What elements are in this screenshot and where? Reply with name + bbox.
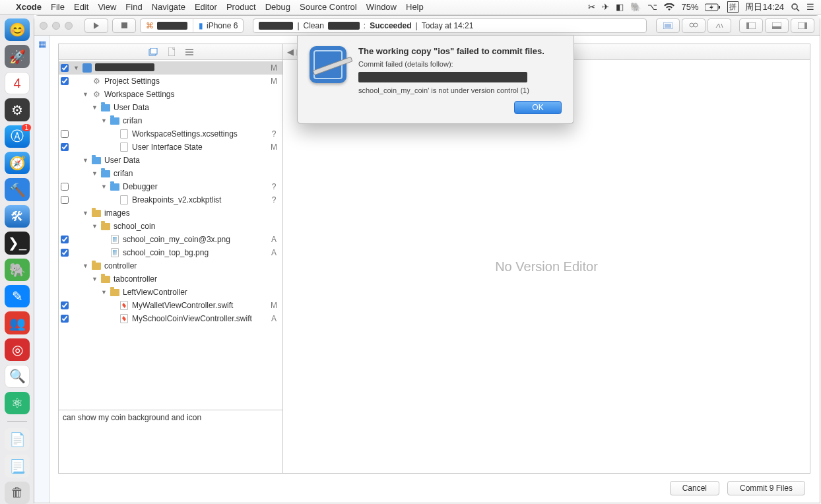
tree-row[interactable]: ⚙Project SettingsM [59, 75, 282, 88]
toggle-navigator-button[interactable] [739, 18, 763, 33]
menu-debug[interactable]: Debug [265, 2, 290, 12]
preview-icon[interactable]: 🔍 [5, 365, 30, 388]
disclosure-icon[interactable]: ▼ [101, 117, 108, 124]
finder-icon[interactable]: 😊 [5, 18, 30, 41]
xcode-dock-icon[interactable]: 🔨 [5, 178, 30, 201]
menu-source-control[interactable]: Source Control [300, 2, 357, 12]
atom-icon[interactable]: ⚛ [5, 392, 30, 414]
evernote-dock-icon[interactable]: 🐘 [5, 259, 30, 281]
tools-icon[interactable]: 🛠 [5, 205, 30, 228]
disclosure-icon[interactable]: ▼ [92, 170, 98, 177]
tree-row[interactable]: ▼images [59, 206, 282, 220]
tree-row[interactable]: school_coin_my_coin@3x.pngA [59, 233, 282, 246]
tree-row[interactable]: ▼⚙Workspace Settings [59, 88, 282, 101]
input-method[interactable]: 拼 [727, 1, 739, 13]
disclosure-icon[interactable]: ▼ [92, 276, 98, 282]
tree-row[interactable]: ▼school_coin [59, 220, 282, 233]
safari-icon[interactable]: 🧭 [5, 152, 30, 174]
tree-row[interactable]: ▼M [59, 61, 282, 75]
tree-row[interactable]: ▼Debugger? [59, 180, 282, 193]
flat-view-icon[interactable] [148, 48, 158, 56]
include-checkbox[interactable] [61, 77, 69, 85]
tree-row[interactable]: ▼tabcontroller [59, 272, 282, 286]
scheme-selector[interactable]: ⌘ ▮iPhone 6 [140, 18, 244, 33]
doc2-icon[interactable]: 📃 [5, 455, 30, 477]
stop-button[interactable] [112, 18, 136, 33]
file-view-icon[interactable] [168, 47, 175, 56]
tree-row[interactable]: WorkspaceSettings.xcsettings? [59, 127, 282, 141]
menu-edit[interactable]: Edit [74, 2, 88, 12]
toggle-utilities-button[interactable] [791, 18, 814, 33]
tree-row[interactable]: ▼User Data [59, 154, 282, 167]
appstore-icon[interactable]: Ⓐ1 [5, 125, 30, 148]
menu-product[interactable]: Product [226, 2, 256, 12]
editor-icon[interactable]: ✎ [5, 285, 30, 307]
disclosure-icon[interactable]: ▼ [92, 223, 98, 230]
zoom-window[interactable] [65, 22, 73, 30]
commit-message-field[interactable]: can show my coin background and icon [59, 410, 282, 473]
ok-button[interactable]: OK [514, 101, 562, 114]
menu-view[interactable]: View [98, 2, 116, 12]
calendar-icon[interactable]: 4 [5, 72, 30, 95]
disclosure-icon[interactable]: ▼ [82, 263, 89, 269]
music-icon[interactable]: ◎ [5, 338, 30, 361]
close-window[interactable] [40, 22, 48, 30]
spotlight-icon[interactable] [791, 3, 800, 12]
terminal-icon[interactable]: ❯_ [5, 232, 30, 254]
disclosure-icon[interactable]: ▼ [82, 91, 89, 98]
settings-icon[interactable]: ⚙ [5, 98, 30, 121]
trash-icon[interactable]: 🗑 [5, 482, 30, 504]
include-checkbox[interactable] [61, 301, 69, 309]
commit-button[interactable]: Commit 9 Files [727, 481, 805, 495]
tree-row[interactable]: MySchoolCoinViewController.swiftA [59, 312, 282, 325]
menu-file[interactable]: File [51, 2, 65, 12]
menu-editor[interactable]: Editor [195, 2, 217, 12]
include-checkbox[interactable] [61, 249, 69, 257]
include-checkbox[interactable] [61, 143, 69, 151]
tree-row[interactable]: ▼User Data [59, 101, 282, 114]
disclosure-icon[interactable]: ▼ [73, 65, 80, 71]
send-icon[interactable]: ✈ [602, 2, 609, 12]
tree-row[interactable]: ▼LeftViewController [59, 286, 282, 299]
cancel-button[interactable]: Cancel [670, 481, 719, 495]
include-checkbox[interactable] [61, 130, 69, 138]
minimize-window[interactable] [52, 22, 60, 30]
version-editor-button[interactable] [707, 18, 731, 33]
file-tree[interactable]: ▼M⚙Project SettingsM▼⚙Workspace Settings… [59, 60, 282, 410]
disclosure-icon[interactable]: ▼ [82, 157, 89, 164]
launchpad-icon[interactable]: 🚀 [5, 45, 30, 67]
contacts-icon[interactable]: 👥 [5, 311, 30, 334]
disclosure-icon[interactable]: ▼ [101, 289, 108, 296]
tree-row[interactable]: school_coin_top_bg.pngA [59, 246, 282, 259]
disclosure-icon[interactable]: ▼ [82, 210, 89, 216]
app-name[interactable]: Xcode [16, 2, 42, 12]
scissors-icon[interactable]: ✂ [588, 2, 595, 12]
include-checkbox[interactable] [61, 236, 69, 243]
toggle-debug-button[interactable] [765, 18, 789, 33]
include-checkbox[interactable] [61, 315, 69, 323]
battery-icon[interactable] [705, 3, 721, 11]
menu-help[interactable]: Help [406, 2, 424, 12]
doc-icon[interactable]: 📄 [5, 428, 30, 451]
menu-find[interactable]: Find [125, 2, 142, 12]
tree-row[interactable]: MyWalletViewController.swiftM [59, 299, 282, 312]
list-view-icon[interactable] [185, 49, 193, 55]
wifi-icon[interactable] [664, 3, 674, 11]
nav-icon[interactable]: ▦ [38, 39, 46, 49]
standard-editor-button[interactable] [656, 18, 680, 33]
tree-row[interactable]: Breakpoints_v2.xcbkptlist? [59, 193, 282, 206]
notes-icon[interactable]: ◧ [616, 2, 624, 12]
menu-window[interactable]: Window [366, 2, 397, 12]
run-button[interactable] [84, 18, 108, 33]
tree-row[interactable]: ▼crifan [59, 114, 282, 127]
menu-navigate[interactable]: Navigate [152, 2, 185, 12]
dropdown-icon[interactable]: ⌥ [647, 2, 657, 12]
include-checkbox[interactable] [61, 196, 69, 204]
evernote-icon[interactable]: 🐘 [630, 2, 641, 12]
disclosure-icon[interactable]: ▼ [92, 104, 98, 111]
tree-row[interactable]: User Interface StateM [59, 141, 282, 154]
back-icon[interactable]: ◀ [287, 47, 294, 57]
menu-extras-icon[interactable]: ☰ [806, 2, 814, 12]
tree-row[interactable]: ▼controller [59, 259, 282, 272]
include-checkbox[interactable] [61, 183, 69, 191]
